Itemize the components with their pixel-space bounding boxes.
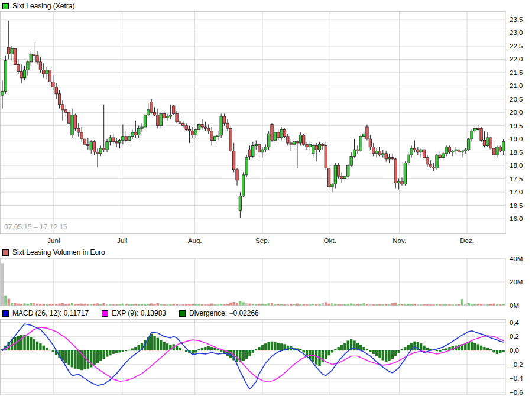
- price-chart-title: Sixt Leasing (Xetra): [12, 2, 74, 10]
- svg-text:20,0: 20,0: [510, 109, 523, 116]
- svg-text:−0,6: −0,6: [510, 389, 523, 396]
- svg-text:17,5: 17,5: [510, 176, 523, 183]
- svg-text:22,5: 22,5: [510, 43, 523, 50]
- exp-series-marker-icon: [102, 310, 108, 317]
- chart-canvas: 23,523,022,522,021,521,020,520,019,519,0…: [0, 0, 532, 396]
- svg-text:22,0: 22,0: [510, 56, 523, 63]
- svg-text:19,0: 19,0: [510, 135, 523, 142]
- svg-text:16,0: 16,0: [510, 215, 523, 222]
- svg-text:17,0: 17,0: [510, 189, 523, 196]
- volume-chart-header: Sixt Leasing Volumen in Euro: [2, 248, 105, 257]
- macd-series-marker-icon: [2, 310, 9, 317]
- svg-text:0M: 0M: [510, 302, 519, 309]
- macd-legend-item: MACD (26, 12): 0,11717: [2, 309, 89, 317]
- svg-text:Aug.: Aug.: [188, 237, 202, 244]
- svg-text:0,4: 0,4: [510, 319, 520, 326]
- macd-legend: MACD (26, 12): 0,11717 EXP (9): 0,13983 …: [2, 309, 272, 317]
- candles-group: [1, 21, 505, 218]
- divergence-value-label: Divergence: −0,02266: [189, 309, 259, 317]
- divergence-series-marker-icon: [179, 310, 186, 317]
- svg-text:Sep.: Sep.: [255, 237, 270, 244]
- macd-value-label: MACD (26, 12): 0,11717: [12, 309, 89, 317]
- svg-text:40M: 40M: [510, 255, 523, 262]
- svg-text:0,0: 0,0: [510, 347, 519, 354]
- svg-text:23,0: 23,0: [510, 29, 523, 36]
- exp-value-label: EXP (9): 0,13983: [112, 309, 166, 317]
- svg-text:0,2: 0,2: [510, 333, 519, 340]
- divergence-legend-item: Divergence: −0,02266: [179, 309, 259, 317]
- svg-text:16,5: 16,5: [510, 202, 523, 209]
- price-chart-header: Sixt Leasing (Xetra): [2, 2, 74, 10]
- svg-text:19,5: 19,5: [510, 122, 523, 129]
- month-gridlines: JuniJuliAug.Sep.Okt.Nov.Dez.: [47, 12, 473, 395]
- stock-chart-window: 23,523,022,522,021,521,020,520,019,519,0…: [0, 0, 532, 396]
- volume-bars-group: [1, 263, 505, 305]
- volume-gridlines: 40M20M0M: [1, 255, 523, 309]
- exp-legend-item: EXP (9): 0,13983: [102, 309, 166, 317]
- svg-text:23,5: 23,5: [510, 16, 523, 23]
- price-series-marker-icon: [2, 3, 9, 9]
- date-range-label: 07.05.15 – 17.12.15: [4, 223, 67, 231]
- price-gridlines: 23,523,022,522,021,521,020,520,019,519,0…: [1, 16, 523, 222]
- svg-text:20,5: 20,5: [510, 96, 523, 103]
- svg-text:Nov.: Nov.: [392, 237, 406, 244]
- svg-text:−0,4: −0,4: [510, 375, 523, 382]
- volume-series-marker-icon: [2, 249, 9, 256]
- svg-text:Dez.: Dez.: [460, 237, 474, 244]
- svg-text:21,5: 21,5: [510, 69, 523, 76]
- svg-text:−0,2: −0,2: [510, 361, 523, 368]
- svg-text:18,0: 18,0: [510, 162, 523, 169]
- svg-text:Juli: Juli: [117, 237, 127, 244]
- volume-chart-title: Sixt Leasing Volumen in Euro: [12, 248, 105, 257]
- svg-text:21,0: 21,0: [510, 82, 523, 89]
- svg-text:20M: 20M: [510, 278, 523, 285]
- svg-text:Juni: Juni: [47, 237, 60, 244]
- svg-text:Okt.: Okt.: [324, 237, 336, 244]
- svg-text:18,5: 18,5: [510, 149, 523, 156]
